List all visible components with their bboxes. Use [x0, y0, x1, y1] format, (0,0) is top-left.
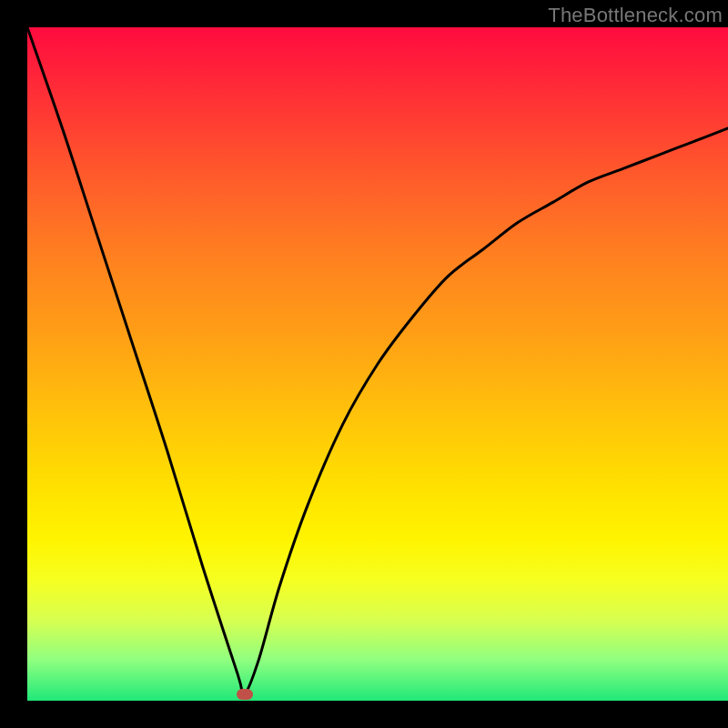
- plot-area: [27, 27, 728, 701]
- chart-frame: TheBottleneck.com: [0, 0, 728, 728]
- bottleneck-curve: [27, 27, 728, 694]
- watermark-text: TheBottleneck.com: [548, 4, 723, 27]
- optimum-marker: [237, 689, 253, 700]
- curve-svg: [27, 27, 728, 701]
